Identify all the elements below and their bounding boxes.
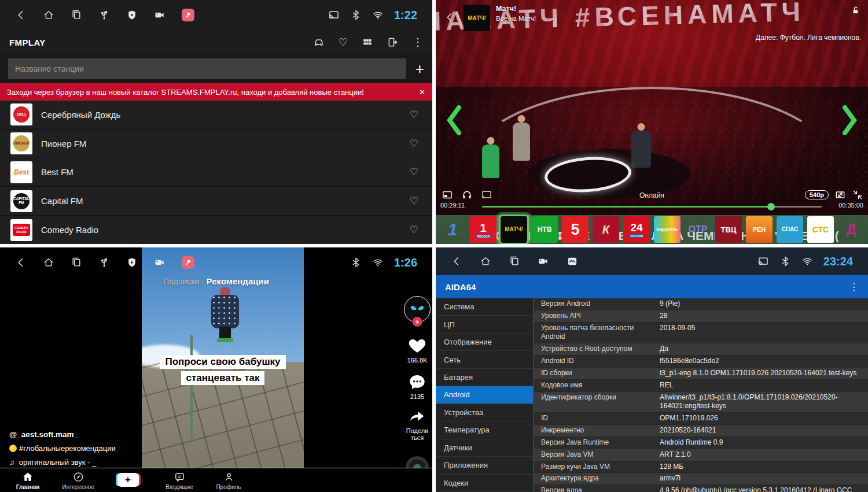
channel-tile[interactable]: 24 РОССИЯ [623, 216, 650, 243]
table-row[interactable]: ID сборки t3_p1-eng 8.1.0 OPM1.171019.02… [534, 368, 868, 380]
table-row[interactable]: Android ID f55186e8e0ac5de2 [534, 356, 868, 368]
recents-icon[interactable] [71, 257, 82, 268]
back-icon[interactable] [444, 12, 455, 23]
sidebar-item[interactable]: Android [436, 386, 533, 404]
row-value: Да [660, 345, 862, 354]
station-row[interactable]: ПИОНЕР Пионер FM ♡ [0, 130, 432, 158]
back-icon[interactable] [15, 9, 27, 21]
follow-button[interactable]: + [413, 317, 422, 327]
favorite-heart-icon[interactable]: ♡ [410, 166, 418, 178]
seek-bar[interactable] [482, 206, 822, 208]
nav-create[interactable]: + [106, 473, 150, 487]
promo-banner: Заходи через браузер в наш новый каталог… [0, 83, 432, 101]
table-row[interactable]: Инкрементно 20210520-164021 [534, 425, 868, 437]
nav-home[interactable]: Главная [6, 471, 50, 490]
create-button: + [117, 473, 139, 487]
nav-profile[interactable]: Профиль [207, 471, 251, 490]
recents-icon[interactable] [509, 256, 520, 267]
statusbar: 23:24 [436, 247, 868, 275]
channel-tile[interactable]: К [593, 216, 619, 243]
overflow-menu-icon[interactable]: ⋮ [849, 282, 859, 292]
channel-tile[interactable]: 1 РОССИЯ [470, 216, 496, 243]
favorite-heart-icon[interactable]: ♡ [410, 109, 418, 121]
sidebar-item[interactable]: Сеть [436, 351, 533, 368]
back-icon[interactable] [15, 257, 27, 268]
channel-thumbnail: МАТЧ! [464, 5, 490, 31]
seek-knob[interactable] [767, 203, 775, 210]
table-row[interactable]: Кодовое имя REL [534, 380, 868, 392]
presenter-female [482, 145, 499, 178]
channel-tile[interactable]: РЕН [746, 216, 773, 243]
creator-avatar[interactable]: + [404, 296, 431, 323]
unlock-icon[interactable] [849, 5, 861, 16]
table-row[interactable]: ID OPM1.171019.026 [534, 413, 868, 425]
channel-tile[interactable]: СТС [807, 216, 834, 243]
home-icon[interactable] [43, 257, 54, 268]
grid-view-icon[interactable] [362, 36, 373, 48]
station-row[interactable]: CAPITAL FM Capital FM ♡ [0, 187, 432, 215]
favorite-heart-icon[interactable]: ♡ [410, 224, 418, 236]
channel-tile[interactable]: СПАС [777, 216, 803, 243]
like-icon[interactable] [407, 335, 428, 355]
table-row[interactable]: Версия Android 9 (Pie) [534, 298, 868, 310]
add-station-button[interactable]: + [415, 61, 424, 76]
station-search-input[interactable]: Название станции [8, 58, 406, 79]
table-row[interactable]: Версия ядра 4.9.56 (ph@ubuntu) (gcc vers… [534, 485, 868, 492]
favorite-heart-icon[interactable]: ♡ [410, 195, 418, 207]
exit-icon[interactable] [387, 36, 399, 48]
table-row[interactable]: Уровень патча безопасности Android 2018-… [534, 323, 868, 344]
table-row[interactable]: Версия Java Runtime Android Runtime 0.9 [534, 437, 868, 449]
channel-tile[interactable]: ОТР [685, 216, 711, 243]
sidebar-item[interactable]: Приложения [436, 457, 533, 474]
quality-badge[interactable]: 540p [805, 190, 829, 199]
sidebar-item[interactable]: ЦП [436, 316, 533, 333]
recents-icon[interactable] [71, 9, 82, 21]
tab-for-you[interactable]: Рекомендации [207, 276, 269, 286]
nav-inbox[interactable]: Входящие [157, 471, 201, 490]
station-row[interactable]: 100.1 Серебряный Дождь ♡ [0, 101, 432, 129]
table-row[interactable]: Размер кучи Java VM 128 МБ [534, 461, 868, 473]
next-channel-chevron[interactable] [843, 105, 858, 135]
home-icon[interactable] [480, 256, 491, 267]
station-row[interactable]: Best Best FM ♡ [0, 158, 432, 187]
channel-tile[interactable]: Д [838, 216, 865, 243]
channel-tile[interactable]: ТВЦ [715, 216, 742, 243]
table-row[interactable]: Архитектура ядра armv7l [534, 473, 868, 485]
prev-channel-chevron[interactable] [446, 105, 461, 135]
sidebar-item[interactable]: Температура [436, 421, 533, 439]
favorites-icon[interactable]: ♡ [339, 37, 348, 47]
car-mode-icon[interactable] [313, 36, 325, 48]
sidebar-item[interactable]: Датчики [436, 439, 533, 457]
share-icon[interactable] [407, 408, 427, 426]
sound-title[interactable]: оригинальный звук - _ [19, 458, 96, 467]
sidebar-item[interactable]: Батарея [436, 369, 533, 386]
channel-tile[interactable]: НТВ [531, 216, 558, 243]
nav-discover[interactable]: Интересное [56, 471, 100, 490]
favorite-heart-icon[interactable]: ♡ [410, 138, 418, 150]
channel-tile[interactable]: 5 [562, 216, 589, 243]
overflow-menu-icon[interactable]: ⋮ [413, 37, 423, 47]
sidebar-item[interactable]: Кодеки [436, 475, 533, 492]
channel-tile[interactable]: Карусель [654, 216, 681, 243]
banner-close-icon[interactable]: ✕ [419, 88, 425, 97]
back-icon[interactable] [451, 256, 462, 267]
sidebar-item[interactable]: Отображение [436, 334, 533, 351]
table-row[interactable]: Идентификатор сборки Allwinner/t3_p1/t3-… [534, 392, 868, 413]
table-row[interactable]: Устройство с Root-доступом Да [534, 343, 868, 356]
row-value: f55186e8e0ac5de2 [660, 357, 862, 366]
channel-tile[interactable]: МАТЧ! [501, 216, 527, 243]
hashtag[interactable]: #глобальныерекомендации [19, 444, 116, 453]
station-row[interactable]: COMEDY RADIO Comedy Radio ♡ [0, 216, 432, 244]
collapse-icon[interactable] [852, 189, 863, 201]
comment-icon[interactable] [407, 373, 427, 391]
username[interactable]: @_aest.soft.mam_ [9, 430, 116, 439]
home-icon[interactable] [43, 9, 54, 21]
row-value: 28 [660, 312, 862, 321]
channel-tile[interactable]: 1 [439, 216, 466, 243]
tab-following[interactable]: Подписки [163, 277, 199, 286]
table-row[interactable]: Версия Java VM ART 2.1.0 [534, 449, 868, 461]
sidebar-item[interactable]: Система [436, 298, 533, 316]
aspect-ratio-icon[interactable] [834, 189, 846, 201]
table-row[interactable]: Уровень API 28 [534, 310, 868, 323]
sidebar-item[interactable]: Устройства [436, 404, 533, 421]
